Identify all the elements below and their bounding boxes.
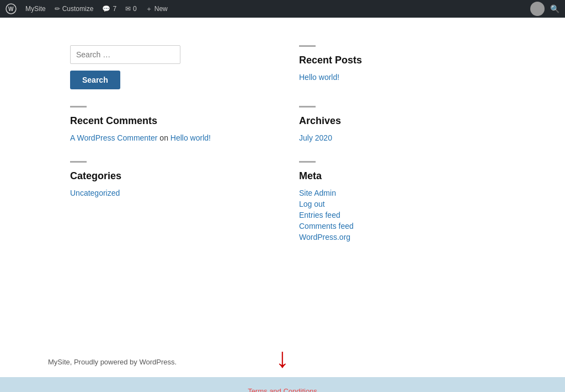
categories-divider (70, 161, 87, 163)
arrow-container: ↓ (276, 344, 290, 372)
page-wrapper: Search Recent Posts Hello world! Recent … (0, 18, 565, 347)
comments-count[interactable]: 💬 7 (102, 5, 116, 13)
search-button[interactable]: Search (70, 71, 120, 89)
meta-link-3[interactable]: Comments feed (299, 222, 495, 230)
archives-divider (299, 106, 316, 108)
bottom-bar: ↓ Terms and Conditions (0, 377, 565, 392)
meta-link-4[interactable]: WordPress.org (299, 233, 495, 241)
svg-text:W: W (8, 6, 14, 12)
comment-line: A WordPress Commenter on Hello world! (70, 133, 266, 142)
user-avatar-input[interactable] (530, 2, 545, 16)
meta-divider (299, 161, 316, 163)
red-arrow-icon: ↓ (276, 344, 290, 372)
search-input[interactable] (70, 45, 180, 64)
new-button[interactable]: ＋ New (146, 4, 168, 14)
pending-count[interactable]: ✉ 0 (125, 5, 137, 13)
search-icon[interactable]: 🔍 (550, 4, 559, 13)
recent-comments-widget: Recent Comments A WordPress Commenter on… (70, 106, 266, 144)
archives-widget: Archives July 2020 (299, 106, 495, 144)
customize-link[interactable]: ✏ Customize (55, 5, 94, 13)
category-link-0[interactable]: Uncategorized (70, 189, 266, 197)
recent-posts-title: Recent Posts (299, 55, 495, 66)
admin-bar-right: 🔍 (530, 2, 559, 16)
comment-post-link[interactable]: Hello world! (170, 133, 211, 142)
terms-link[interactable]: Terms and Conditions (248, 387, 317, 393)
wp-logo[interactable]: W (6, 3, 17, 14)
meta-link-1[interactable]: Log out (299, 200, 495, 208)
widgets-container: Search Recent Posts Hello world! Recent … (48, 34, 517, 271)
meta-link-2[interactable]: Entries feed (299, 211, 495, 219)
comment-on-text: on (159, 133, 170, 142)
categories-widget: Categories Uncategorized (70, 161, 266, 244)
recent-comments-divider (70, 106, 87, 108)
recent-posts-widget: Recent Posts Hello world! (299, 45, 495, 89)
admin-bar: W MySite ✏ Customize 💬 7 ✉ 0 ＋ New 🔍 (0, 0, 565, 18)
meta-link-0[interactable]: Site Admin (299, 189, 495, 197)
recent-post-link-0[interactable]: Hello world! (299, 73, 495, 82)
avatar (530, 2, 545, 16)
search-widget: Search (70, 45, 266, 89)
meta-widget: Meta Site Admin Log out Entries feed Com… (299, 161, 495, 244)
archive-link-0[interactable]: July 2020 (299, 133, 495, 142)
meta-title: Meta (299, 170, 495, 182)
categories-title: Categories (70, 170, 266, 182)
archives-title: Archives (299, 115, 495, 127)
site-name[interactable]: MySite (25, 5, 46, 13)
recent-comments-title: Recent Comments (70, 115, 266, 127)
recent-posts-divider (299, 45, 316, 47)
commenter-link[interactable]: A WordPress Commenter (70, 133, 157, 142)
